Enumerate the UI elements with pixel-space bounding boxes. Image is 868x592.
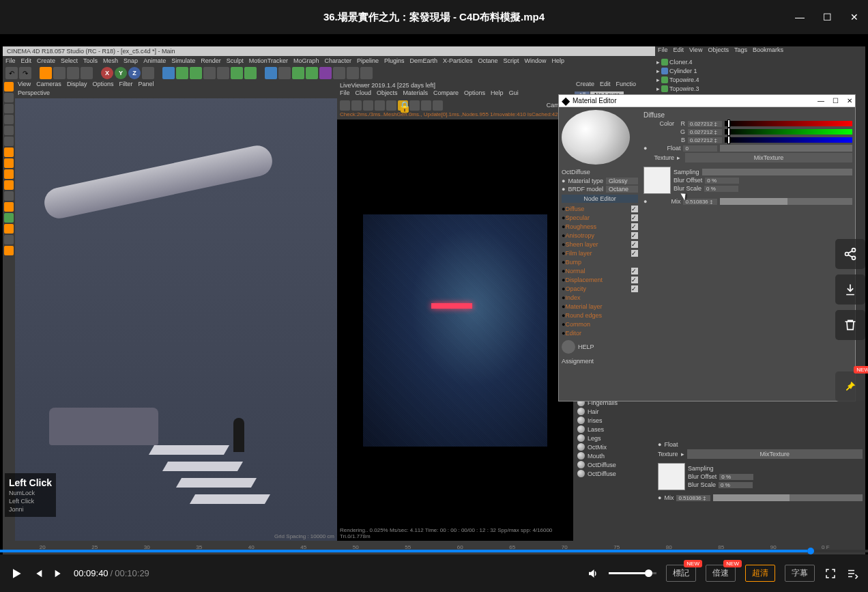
deformer-icon[interactable] bbox=[319, 67, 332, 79]
lv-menu-materials[interactable]: Materials bbox=[403, 89, 429, 99]
menu-render[interactable]: Render bbox=[201, 57, 221, 64]
vp-menu-panel[interactable]: Panel bbox=[138, 81, 154, 89]
subtitle-button[interactable]: 字幕 bbox=[785, 565, 815, 582]
material-item[interactable]: Irises bbox=[576, 416, 651, 425]
volume-thumb[interactable] bbox=[645, 569, 652, 577]
channel-specular[interactable]: Specular bbox=[565, 214, 631, 221]
menu-file[interactable]: File bbox=[5, 57, 16, 64]
menu-create[interactable]: Create bbox=[37, 57, 55, 64]
blur-offset-input[interactable]: 0 % bbox=[705, 178, 739, 184]
tool-a-icon[interactable] bbox=[4, 147, 14, 157]
undo-icon[interactable]: ↶ bbox=[5, 67, 18, 79]
channel-index[interactable]: Index bbox=[565, 294, 638, 301]
channel-sheen[interactable]: Sheen layer bbox=[565, 241, 631, 248]
tree-item[interactable]: ▸Topowire.4 bbox=[656, 75, 864, 84]
tree-item[interactable]: ▸Cloner.4 bbox=[656, 57, 864, 66]
progress-bar[interactable] bbox=[0, 550, 868, 552]
texture-dropdown[interactable]: MixTexture bbox=[685, 153, 852, 163]
progress-thumb[interactable] bbox=[807, 548, 814, 554]
menu-select[interactable]: Select bbox=[61, 57, 78, 64]
coords-icon[interactable] bbox=[142, 67, 154, 79]
mix-slider[interactable] bbox=[720, 198, 852, 205]
workplane-icon[interactable] bbox=[4, 137, 14, 146]
menu-mesh[interactable]: Mesh bbox=[103, 57, 118, 64]
material-item[interactable]: OctDiffuse bbox=[576, 460, 651, 469]
tool-c-icon[interactable] bbox=[4, 169, 14, 179]
g-value-input[interactable]: 0.027212 ‡ bbox=[688, 129, 722, 135]
menu-plugins[interactable]: Plugins bbox=[384, 57, 405, 64]
g-slider[interactable] bbox=[725, 129, 852, 135]
tool-icon-2[interactable] bbox=[217, 67, 229, 79]
light-icon[interactable] bbox=[360, 67, 373, 79]
material-item[interactable]: OctDiffuse bbox=[576, 469, 651, 478]
poly-mode-icon[interactable] bbox=[4, 115, 14, 124]
cube-tool-icon[interactable] bbox=[4, 82, 14, 91]
lv-lock-icon[interactable]: 🔒 bbox=[398, 100, 408, 111]
menu-demearth[interactable]: DemEarth bbox=[410, 57, 438, 64]
channel-common[interactable]: Common bbox=[565, 321, 638, 328]
x-axis-toggle[interactable]: X bbox=[101, 67, 113, 79]
points-mode-icon[interactable] bbox=[4, 93, 14, 102]
z-axis-toggle[interactable]: Z bbox=[128, 67, 141, 79]
channel-film[interactable]: Film layer bbox=[565, 250, 631, 257]
checkbox-icon[interactable]: ✓ bbox=[631, 277, 638, 283]
checkbox-icon[interactable]: ✓ bbox=[631, 223, 638, 230]
nurbs-icon[interactable] bbox=[292, 67, 304, 79]
annotate-button[interactable]: 標記 NEW bbox=[666, 565, 696, 582]
spline-icon[interactable] bbox=[278, 67, 291, 79]
render-queue-icon[interactable] bbox=[190, 67, 202, 79]
me-close[interactable]: ✕ bbox=[847, 97, 852, 104]
sampling-dropdown[interactable] bbox=[702, 169, 852, 175]
lv-menu-help[interactable]: Help bbox=[491, 89, 504, 99]
vp-menu-cameras[interactable]: Cameras bbox=[36, 81, 61, 89]
lv-save-icon[interactable] bbox=[433, 100, 443, 111]
material-preview-sphere[interactable] bbox=[562, 110, 630, 165]
blur-scale-input[interactable]: 0 % bbox=[704, 186, 738, 192]
checkbox-icon[interactable]: ✓ bbox=[631, 232, 638, 239]
checkbox-icon[interactable]: ✓ bbox=[631, 241, 638, 248]
material-item[interactable]: Hair bbox=[576, 407, 651, 416]
cube-icon[interactable] bbox=[265, 67, 277, 79]
menu-motiontracker[interactable]: MotionTracker bbox=[249, 57, 288, 64]
tool-d-icon[interactable] bbox=[4, 180, 14, 190]
tool-b-icon[interactable] bbox=[4, 158, 14, 168]
channel-opacity[interactable]: Opacity bbox=[565, 285, 631, 292]
channel-normal[interactable]: Normal bbox=[565, 268, 631, 274]
node-editor-button[interactable]: Node Editor bbox=[562, 195, 638, 203]
om-menu-file[interactable]: File bbox=[658, 46, 668, 56]
playlist-icon[interactable] bbox=[846, 567, 858, 580]
minimize-button[interactable]: — bbox=[786, 0, 813, 34]
bp-texture-dropdown[interactable]: MixTexture bbox=[687, 449, 863, 459]
tree-item[interactable]: ▸Cylinder 1 bbox=[656, 66, 864, 75]
me-maximize[interactable]: ☐ bbox=[833, 97, 839, 104]
cab-menu-functio[interactable]: Functio bbox=[616, 81, 637, 90]
checkbox-icon[interactable]: ✓ bbox=[631, 250, 638, 257]
bp-bo-input[interactable]: 0 % bbox=[719, 474, 753, 480]
render-settings-icon[interactable] bbox=[176, 67, 188, 79]
om-menu-edit[interactable]: Edit bbox=[674, 46, 684, 56]
share-icon[interactable] bbox=[835, 239, 865, 269]
viewport-3d[interactable]: Grid Spacing : 10000 cm bbox=[15, 98, 337, 541]
menu-script[interactable]: Script bbox=[504, 57, 519, 64]
cab-menu-edit[interactable]: Edit bbox=[600, 81, 611, 90]
menu-sculpt[interactable]: Sculpt bbox=[227, 57, 244, 64]
cab-menu-create[interactable]: Create bbox=[576, 81, 594, 90]
render-icon[interactable] bbox=[162, 67, 175, 79]
menu-octane[interactable]: Octane bbox=[478, 57, 498, 64]
r-slider[interactable] bbox=[725, 121, 852, 126]
tool-j-icon[interactable] bbox=[4, 246, 14, 255]
vp-menu-display[interactable]: Display bbox=[67, 81, 87, 89]
channel-bump[interactable]: Bump bbox=[565, 259, 638, 266]
select-tool-icon[interactable] bbox=[40, 67, 52, 79]
tool-e-icon[interactable] bbox=[4, 191, 14, 201]
tool-f-icon[interactable] bbox=[4, 202, 14, 212]
brdf-dropdown[interactable]: Octane bbox=[606, 186, 638, 193]
channel-editor[interactable]: Editor bbox=[565, 330, 638, 337]
om-menu-view[interactable]: View bbox=[689, 46, 702, 56]
menu-xparticles[interactable]: X-Particles bbox=[443, 57, 473, 64]
bp-bs-input[interactable]: 0 % bbox=[719, 482, 753, 488]
om-menu-tags[interactable]: Tags bbox=[734, 46, 747, 56]
menu-help[interactable]: Help bbox=[552, 57, 565, 64]
r-value-input[interactable]: 0.027212 ‡ bbox=[688, 121, 722, 127]
menu-mograph[interactable]: MoGraph bbox=[293, 57, 319, 64]
